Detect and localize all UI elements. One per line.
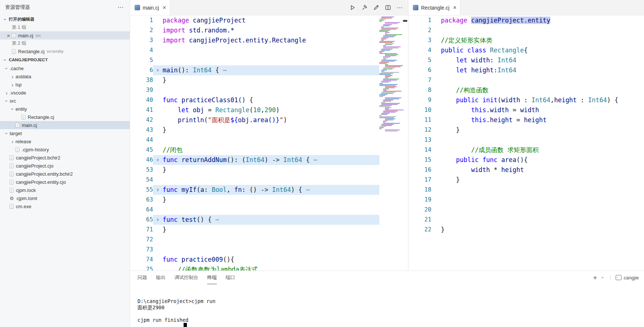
tree-item-release[interactable]: ›release (0, 137, 130, 145)
close-icon[interactable]: × (453, 5, 456, 11)
code-line[interactable]: 75 //函数参数为lambda表达式 (130, 265, 408, 271)
code-line[interactable]: 4 (130, 45, 408, 55)
code-line[interactable]: 72 (130, 235, 408, 245)
code-line[interactable]: 11 this.height = height (408, 115, 644, 125)
close-icon[interactable]: × (163, 5, 166, 11)
tree-item-cjpm-toml[interactable]: ⚙cjpm.toml (0, 194, 130, 202)
code-line[interactable]: 53} (130, 165, 408, 175)
terminal-tab-cangjie[interactable]: › cangjie (616, 275, 639, 280)
scrollbar[interactable] (402, 16, 408, 271)
code-line[interactable]: 2import std.random.* (130, 25, 408, 35)
code-line[interactable]: 19 (408, 195, 644, 205)
tree-item-main-cj[interactable]: main.cj (0, 121, 130, 129)
code-line[interactable]: 38} (130, 75, 408, 85)
close-icon[interactable]: × (5, 32, 12, 39)
code-line[interactable]: 42 println("面积是${obj.area()}") (130, 115, 408, 125)
project-root-header[interactable]: › CANGJIEPROJECT (0, 55, 130, 64)
code-line[interactable]: 46›func returnAddNum(): (Int64) -> Int64… (130, 155, 408, 165)
code-line[interactable]: 39 (130, 85, 408, 95)
code-line[interactable]: 1package cangjieProject (130, 16, 408, 25)
code-line[interactable]: 12 } (408, 125, 644, 135)
code-line[interactable]: 74func practice009(){ (130, 255, 408, 265)
edit-icon[interactable] (373, 4, 379, 11)
run-icon[interactable] (349, 4, 356, 11)
panel-tab-端口[interactable]: 端口 (226, 271, 235, 284)
panel-tab-输出[interactable]: 输出 (156, 271, 166, 284)
panel-tab-问题[interactable]: 问题 (137, 271, 147, 284)
code-line[interactable]: 18 (408, 185, 644, 195)
code-line[interactable]: 43} (130, 125, 408, 135)
editor-main-cj[interactable]: 1package cangjieProject2import std.rando… (130, 16, 408, 271)
code-line[interactable]: 4public class Rectangle{ (408, 45, 644, 55)
panel-tab-终端[interactable]: 终端 (207, 271, 217, 284)
code-line[interactable]: 13 (408, 135, 644, 145)
code-area-main-cj[interactable]: 1package cangjieProject2import std.rando… (130, 16, 408, 271)
fold-chevron-icon[interactable]: › (153, 155, 163, 165)
code-line[interactable]: 5 let width: Int64 (408, 55, 644, 65)
code-line[interactable]: 16 width * height (408, 165, 644, 175)
code-line[interactable]: 10 this.width = width (408, 105, 644, 115)
scrollbar-thumb[interactable] (403, 20, 407, 22)
code-line[interactable]: 17 } (408, 175, 644, 185)
code-line[interactable]: 41 let obj = Rectangle(10,290) (130, 105, 408, 115)
code-line[interactable]: 9 public init(width : Int64,height : Int… (408, 95, 644, 105)
debug-icon[interactable] (361, 4, 368, 11)
tree-item-cm-exe[interactable]: cm.exe (0, 202, 130, 210)
code-line[interactable]: 63} (130, 195, 408, 205)
code-line[interactable]: 3//定义矩形实体类 (408, 35, 644, 45)
new-terminal-icon[interactable]: + (593, 274, 597, 281)
tab-rectangle-cj[interactable]: Rectangle.cj × (408, 0, 460, 15)
tree-item-cjpm-lock[interactable]: cjpm.lock (0, 186, 130, 194)
tree-item-cangjieproject-entity-cjo[interactable]: cangjieProject.entity.cjo (0, 178, 130, 186)
code-line[interactable]: 14 //成员函数 求矩形面积 (408, 145, 644, 155)
code-line[interactable]: 1package cangjieProject.entity (408, 16, 644, 25)
code-line[interactable]: 3import cangjieProject.entity.Rectangle (130, 35, 408, 45)
tree-item-src[interactable]: ›src (0, 97, 130, 105)
code-line[interactable]: 7 (408, 75, 644, 85)
code-line[interactable]: 64 (130, 205, 408, 215)
code-line[interactable]: 73 (130, 245, 408, 255)
code-line[interactable]: 5 (130, 55, 408, 65)
panel-tab-调试控制台[interactable]: 调试控制台 (174, 271, 198, 284)
tree-item-entity[interactable]: ›entity (0, 105, 130, 113)
tab-main-cj[interactable]: main.cj × (130, 0, 170, 15)
tree-item-cangjieproject-entity-bchir2[interactable]: cangjieProject.entity.bchir2 (0, 170, 130, 178)
code-line[interactable]: 22} (408, 225, 644, 235)
code-line[interactable]: 8 //构造函数 (408, 85, 644, 95)
code-line[interactable]: 45//闭包 (130, 145, 408, 155)
code-line[interactable]: 15 public func area(){ (408, 155, 644, 165)
tree-item--cjpm-history[interactable]: .cjpm-history (0, 145, 130, 154)
tree-item-astdata[interactable]: ›astdata (0, 72, 130, 80)
tree-item-target[interactable]: ›target (0, 129, 130, 137)
more-actions-icon[interactable]: ⋯ (397, 5, 403, 11)
code-line[interactable]: 44 (130, 135, 408, 145)
code-line[interactable]: 40func practiceClass01() { (130, 95, 408, 105)
code-line[interactable]: 20 (408, 205, 644, 215)
code-line[interactable]: 71} (130, 225, 408, 235)
tree-item-cangjieproject-cjo[interactable]: cangjieProject.cjo (0, 162, 130, 170)
fold-chevron-icon[interactable]: › (153, 215, 163, 225)
tree-item-cangjieproject-bchir2[interactable]: cangjieProject.bchir2 (0, 154, 130, 162)
tree-item-rectangle-cj[interactable]: Rectangle.cj (0, 113, 130, 121)
minimap[interactable] (379, 16, 402, 271)
split-editor-icon[interactable] (385, 4, 391, 11)
open-editor-item[interactable]: Rectangle.cjsrc\entity (0, 47, 130, 55)
open-editor-item[interactable]: ×main.cjsrc (0, 31, 130, 39)
code-line[interactable]: 54 (130, 175, 408, 185)
tree-item--vscode[interactable]: ›.vscode (0, 89, 130, 97)
open-editors-header[interactable]: › 打开的编辑器 (0, 15, 130, 24)
editor-rectangle-cj[interactable]: 1package cangjieProject.entity23//定义矩形实体… (408, 16, 644, 271)
tree-item-lsp[interactable]: ›lsp (0, 80, 130, 89)
code-line[interactable]: 21 (408, 215, 644, 225)
code-line[interactable]: 65›func test() { ⋯ (130, 215, 408, 225)
chevron-down-icon[interactable]: › (601, 275, 605, 280)
code-area-rectangle-cj[interactable]: 1package cangjieProject.entity23//定义矩形实体… (408, 16, 644, 271)
more-actions-icon[interactable]: ⋯ (118, 4, 124, 10)
fold-chevron-icon[interactable]: › (153, 65, 163, 75)
code-line[interactable]: 55›func myIf(a: Bool, fn: () -> Int64) {… (130, 185, 408, 195)
code-line[interactable]: 6 let height:Int64 (408, 65, 644, 75)
code-line[interactable]: 2 (408, 25, 644, 35)
fold-chevron-icon[interactable]: › (153, 185, 163, 195)
tree-item--cache[interactable]: ›.cache (0, 64, 130, 72)
terminal-output[interactable]: D:\cangjieProject>cjpm run面积是2900cjpm ru… (130, 284, 644, 327)
